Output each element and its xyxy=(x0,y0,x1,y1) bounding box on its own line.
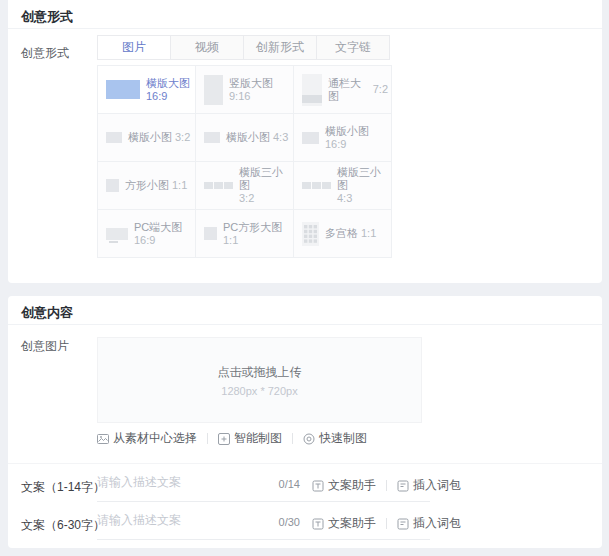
format-ratio: 1:1 xyxy=(361,227,376,240)
pc-screen-thumb-icon xyxy=(106,228,128,240)
material-center-label: 从素材中心选择 xyxy=(113,430,197,447)
format-option-portrait-large-9-16[interactable]: 竖版大图 9:16 xyxy=(196,66,294,114)
tab-video[interactable]: 视频 xyxy=(170,35,244,60)
format-ratio: 4:3 xyxy=(337,192,388,205)
format-ratio: 1:1 xyxy=(172,179,187,192)
format-ratio: 4:3 xyxy=(273,131,288,144)
insert-wordpack-icon xyxy=(397,480,409,492)
format-ratio: 3:2 xyxy=(239,192,290,205)
tab-innovative-format[interactable]: 创新形式 xyxy=(243,35,317,60)
char-counter: 0/30 xyxy=(266,516,300,528)
landscape-small-thumb-icon xyxy=(302,132,319,144)
quick-draw-icon xyxy=(303,433,315,445)
upload-size-hint: 1280px * 720px xyxy=(221,385,297,397)
format-name: PC方形大图 xyxy=(223,221,282,234)
divider xyxy=(8,324,602,325)
creative-image-label: 创意图片 xyxy=(21,338,69,355)
landscape-large-thumb-icon xyxy=(106,80,140,99)
format-ratio: 16:9 xyxy=(134,234,182,247)
format-name: 多宫格 xyxy=(325,227,358,240)
banner-large-thumb-icon xyxy=(302,74,322,106)
format-ratio: 16:9 xyxy=(325,138,369,151)
format-option-triple-small-3-2[interactable]: 横版三小图 3:2 xyxy=(196,162,294,210)
tab-text-link[interactable]: 文字链 xyxy=(316,35,390,60)
copy-field-row-1: 文案（1-14字） 0/14 文案助手 插 xyxy=(8,470,602,504)
creative-content-section: 创意内容 创意图片 点击或拖拽上传 1280px * 720px 从素材中心选择 xyxy=(8,296,602,548)
format-ratio: 16:9 xyxy=(146,90,190,103)
smart-draw-icon xyxy=(218,433,230,445)
quick-draw-label: 快速制图 xyxy=(319,430,367,447)
format-option-landscape-small-4-3[interactable]: 横版小图 4:3 xyxy=(196,114,294,162)
format-ratio: 1:1 xyxy=(223,234,282,247)
divider xyxy=(386,518,387,529)
format-name: 横版小图 xyxy=(128,131,172,144)
copy-field-row-2: 文案（6-30字） 0/30 文案助手 插 xyxy=(8,508,602,542)
format-option-pc-large-16-9[interactable]: PC端大图 16:9 xyxy=(98,210,196,258)
format-option-banner-large-7-2[interactable]: 通栏大图 7:2 xyxy=(294,66,392,114)
insert-wordpack-icon xyxy=(397,518,409,530)
triple-image-thumb-icon xyxy=(204,182,233,189)
square-small-thumb-icon xyxy=(106,179,119,192)
smart-draw-label: 智能制图 xyxy=(234,430,282,447)
portrait-large-thumb-icon xyxy=(204,75,223,105)
format-option-multi-grid-1-1[interactable]: 多宫格 1:1 xyxy=(294,210,392,258)
insert-wordpack-link[interactable]: 插入词包 xyxy=(397,515,461,532)
divider xyxy=(386,480,387,491)
section-title-creative-content: 创意内容 xyxy=(21,304,73,322)
tab-image[interactable]: 图片 xyxy=(97,35,171,60)
insert-wordpack-label: 插入词包 xyxy=(413,477,461,494)
format-name: 方形小图 xyxy=(125,179,169,192)
format-option-landscape-small-3-2[interactable]: 横版小图 3:2 xyxy=(98,114,196,162)
copy-assistant-icon xyxy=(312,480,324,492)
divider xyxy=(97,501,430,502)
format-name: 横版三小图 xyxy=(239,166,290,192)
format-option-square-small-1-1[interactable]: 方形小图 1:1 xyxy=(98,162,196,210)
format-ratio: 7:2 xyxy=(373,83,388,96)
copy-assistant-label: 文案助手 xyxy=(328,477,376,494)
insert-wordpack-link[interactable]: 插入词包 xyxy=(397,477,461,494)
format-option-triple-small-4-3[interactable]: 横版三小图 4:3 xyxy=(294,162,392,210)
format-name: 通栏大图 xyxy=(328,77,370,103)
divider xyxy=(207,433,208,444)
format-field-label: 创意形式 xyxy=(21,45,69,62)
divider xyxy=(8,28,602,29)
insert-wordpack-label: 插入词包 xyxy=(413,515,461,532)
smart-draw-link[interactable]: 智能制图 xyxy=(218,430,282,447)
landscape-small-thumb-icon xyxy=(204,132,220,143)
format-name: PC端大图 xyxy=(134,221,182,234)
format-name: 竖版大图 xyxy=(229,77,273,90)
copy-1-14-input[interactable] xyxy=(97,475,269,489)
format-ratio: 3:2 xyxy=(175,131,190,144)
divider xyxy=(292,433,293,444)
copy-assistant-link[interactable]: 文案助手 xyxy=(312,477,376,494)
upload-main-text: 点击或拖拽上传 xyxy=(218,364,302,381)
format-name: 横版三小图 xyxy=(337,166,388,192)
page: 创意形式 创意形式 图片 视频 创新形式 文字链 横版大图 16:9 竖版大图 … xyxy=(0,0,609,556)
copy-6-30-input[interactable] xyxy=(97,513,269,527)
copy-assistant-label: 文案助手 xyxy=(328,515,376,532)
format-name: 横版小图 xyxy=(226,131,270,144)
section-title-creative-format: 创意形式 xyxy=(21,8,73,26)
landscape-small-thumb-icon xyxy=(106,132,122,143)
pc-square-thumb-icon xyxy=(204,227,217,240)
format-grid: 横版大图 16:9 竖版大图 9:16 通栏大图 7:2 xyxy=(97,65,392,258)
format-option-landscape-large-16-9[interactable]: 横版大图 16:9 xyxy=(98,66,196,114)
multi-grid-thumb-icon xyxy=(302,222,319,246)
copy-assistant-link[interactable]: 文案助手 xyxy=(312,515,376,532)
image-upload-dropzone[interactable]: 点击或拖拽上传 1280px * 720px xyxy=(97,337,422,423)
copy-1-14-label: 文案（1-14字） xyxy=(21,479,105,496)
copy-6-30-label: 文案（6-30字） xyxy=(21,517,105,534)
format-name: 横版大图 xyxy=(146,77,190,90)
format-option-landscape-small-16-9[interactable]: 横版小图 16:9 xyxy=(294,114,392,162)
material-center-icon xyxy=(97,433,109,445)
divider xyxy=(97,539,430,540)
copy-assistant-icon xyxy=(312,518,324,530)
triple-image-thumb-icon xyxy=(302,182,331,189)
format-option-pc-square-1-1[interactable]: PC方形大图 1:1 xyxy=(196,210,294,258)
format-type-tabs: 图片 视频 创新形式 文字链 xyxy=(97,35,390,60)
creative-format-section: 创意形式 创意形式 图片 视频 创新形式 文字链 横版大图 16:9 竖版大图 … xyxy=(8,0,602,283)
divider xyxy=(8,463,602,464)
material-center-link[interactable]: 从素材中心选择 xyxy=(97,430,197,447)
image-source-links: 从素材中心选择 智能制图 快速制图 xyxy=(97,430,367,447)
quick-draw-link[interactable]: 快速制图 xyxy=(303,430,367,447)
